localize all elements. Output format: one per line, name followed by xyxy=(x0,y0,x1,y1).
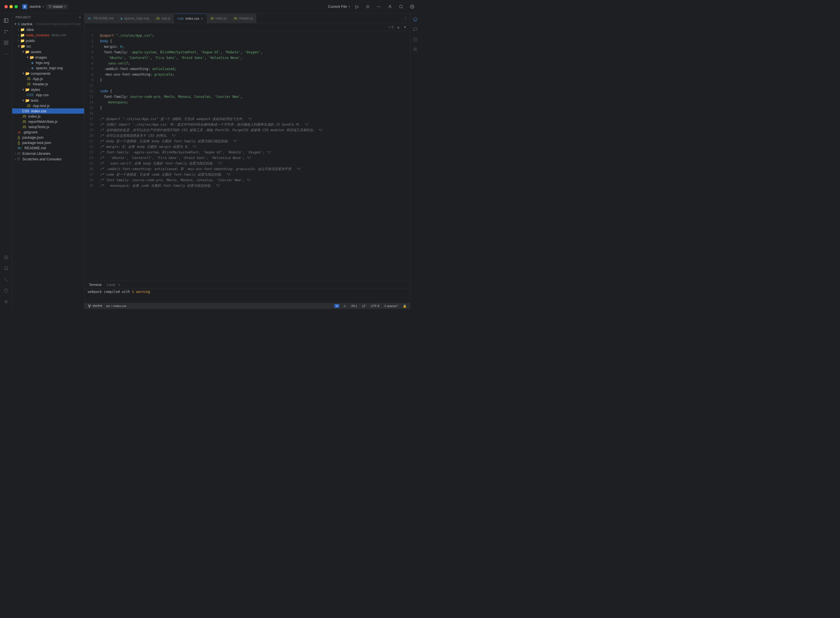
svg-rect-20 xyxy=(6,43,8,45)
tree-item-node-modules[interactable]: › 📁 node_modules library root xyxy=(12,32,84,38)
project-title[interactable]: starlink ▾ xyxy=(30,4,44,9)
tree-root[interactable]: ▾ S starlink ~/Desktop/Projects/SpaceX/C… xyxy=(12,21,84,27)
tree-item-styles[interactable]: ▾ 📂 styles xyxy=(12,87,84,92)
maximize-button[interactable] xyxy=(15,5,18,8)
tree-item-reportwebvitals-js[interactable]: JS reportWebVitals.js xyxy=(12,119,84,124)
code-line: /* 'Ubuntu', 'Cantarell', 'Fira Sans', '… xyxy=(95,155,410,160)
tab-close-button[interactable]: × xyxy=(201,17,203,21)
tree-item-src[interactable]: ▾ 📂 src xyxy=(12,43,84,49)
tab-spacex-logo[interactable]: ◈ spacex_logo.svg xyxy=(117,13,153,23)
tree-item-images[interactable]: ▾ 📂 images xyxy=(12,55,84,60)
activity-plugins-icon[interactable] xyxy=(1,38,11,48)
openai-icon[interactable] xyxy=(411,36,419,43)
tree-label: package.json xyxy=(22,135,44,140)
activity-git-icon[interactable] xyxy=(1,27,11,37)
status-branch[interactable]: starlink xyxy=(87,304,103,308)
tree-item-external-libraries[interactable]: › 🗃 External Libraries xyxy=(12,151,84,156)
md-file-icon: M↓ xyxy=(18,146,22,150)
tree-item-public[interactable]: › 📁 public xyxy=(12,38,84,43)
tree-item-spacex-logo-svg[interactable]: ◈ spacex_logo.svg xyxy=(12,65,84,71)
tree-item-header-js[interactable]: JS Header.js xyxy=(12,82,84,87)
tree-item-setuptests-js[interactable]: JS setupTests.js xyxy=(12,124,84,129)
tab-readme[interactable]: M↓ README.md xyxy=(85,13,117,23)
tab-index-css[interactable]: CSS index.css × xyxy=(174,13,207,23)
tree-label: External Libraries xyxy=(22,152,50,156)
tree-item-package-json[interactable]: {} package.json xyxy=(12,135,84,140)
chat-icon[interactable] xyxy=(411,25,419,33)
tree-item-components[interactable]: ▾ 📂 components xyxy=(12,71,84,76)
sidebar-chevron-icon: ▾ xyxy=(79,16,81,19)
terminal-tab[interactable]: Terminal xyxy=(87,282,104,287)
search-button[interactable] xyxy=(398,3,404,10)
code-line: /* font-family: -apple-system, BlinkMacS… xyxy=(95,150,410,155)
tree-item-app-css[interactable]: CSS App.css xyxy=(12,92,84,98)
code-line: monospace; xyxy=(95,100,410,105)
tree-item-logo-svg[interactable]: ◈ logo.svg xyxy=(12,60,84,65)
status-lock-icon[interactable]: 🔒 xyxy=(402,304,408,308)
tree-label: package-lock.json xyxy=(22,141,51,145)
more-options-button[interactable]: ⋯ xyxy=(375,3,382,10)
tree-item-assets[interactable]: ▾ 📂 assets xyxy=(12,49,84,55)
activity-vcs-icon[interactable] xyxy=(1,297,11,307)
folder-open-icon: 📂 xyxy=(25,88,30,92)
account-button[interactable] xyxy=(387,3,393,10)
tree-label: App.js xyxy=(33,77,43,81)
tree-item-gitignore[interactable]: ⊘ .gitignore xyxy=(12,129,84,135)
tree-item-idea[interactable]: › 📁 .idea xyxy=(12,27,84,32)
tree-item-package-lock-json[interactable]: {} package-lock.json xyxy=(12,140,84,145)
status-encoding[interactable]: UTF-8 xyxy=(370,304,381,308)
activity-more-icon[interactable]: ⋯ xyxy=(1,49,11,59)
close-button[interactable] xyxy=(4,5,8,8)
terminal-close-button[interactable]: × xyxy=(118,283,120,287)
unfold-button[interactable]: ▼ xyxy=(402,25,408,30)
tab-label: index.js xyxy=(215,16,227,20)
tree-item-app-test-js[interactable]: JS App.test.js xyxy=(12,103,84,108)
check-count: 5 xyxy=(392,25,393,29)
ai-assistant-icon[interactable] xyxy=(411,16,419,23)
tree-item-tests[interactable]: ▾ 📂 tests xyxy=(12,98,84,103)
tab-app-js[interactable]: JS App.js xyxy=(153,13,174,23)
fold-button[interactable]: ▲ xyxy=(396,25,401,30)
local-tab[interactable]: Local xyxy=(105,282,117,287)
tree-label: src xyxy=(27,44,31,48)
tree-label: components xyxy=(31,71,50,76)
tree-item-scratches-consoles[interactable]: › 🗒 Scratches and Consoles xyxy=(12,156,84,162)
code-line: -moz-osx-font-smoothing: grayscale; xyxy=(95,72,410,77)
css-file-icon: CSS xyxy=(22,109,29,113)
tab-header-js[interactable]: JS Header.js xyxy=(230,13,257,23)
status-warnings-icon[interactable]: ⚠ xyxy=(342,304,347,308)
status-path[interactable]: src > index.css xyxy=(105,304,128,308)
status-line-ending[interactable]: LF xyxy=(361,304,367,308)
status-indent[interactable]: 2 spaces* xyxy=(383,304,399,308)
editor-area: M↓ README.md ◈ spacex_logo.svg JS App.js… xyxy=(85,13,410,303)
code-line: margin: 0; xyxy=(95,44,410,49)
folder-open-icon: 📂 xyxy=(25,71,30,76)
status-position[interactable]: 29:1 xyxy=(350,304,358,308)
svg-line-8 xyxy=(369,5,369,5)
branch-selector[interactable]: master ▾ xyxy=(46,4,68,9)
activity-files-icon[interactable] xyxy=(1,16,11,25)
settings-sun-button[interactable] xyxy=(364,3,371,10)
run-button[interactable]: ▷ xyxy=(355,3,360,10)
project-name: starlink xyxy=(30,4,41,9)
tab-index-js[interactable]: JS index.js xyxy=(207,13,230,23)
code-content[interactable]: @import "./styles/App.css"; body { margi… xyxy=(95,31,410,281)
minimize-button[interactable] xyxy=(9,5,13,8)
code-line: /* body 是一个选择器，它会将 body 元素的 font-family … xyxy=(95,138,410,144)
tree-item-app-js[interactable]: JS App.js xyxy=(12,76,84,82)
tree-item-index-js[interactable]: JS index.js xyxy=(12,114,84,119)
svg-rect-17 xyxy=(4,41,6,42)
tree-item-index-css[interactable]: CSS index.css xyxy=(12,108,84,114)
settings-button[interactable] xyxy=(409,3,416,10)
activity-info-icon[interactable] xyxy=(1,286,11,296)
activity-run-icon[interactable] xyxy=(1,252,11,262)
tab-more-button[interactable]: ⋮ xyxy=(401,13,410,23)
check-count-badge[interactable]: ✓ 5 xyxy=(387,25,395,30)
js-file-icon: JS xyxy=(22,120,26,124)
code-line: /* @import "./styles/App.css" 是一个 @规则，它告… xyxy=(95,116,410,122)
activity-terminal-icon[interactable] xyxy=(1,275,11,285)
current-file-button[interactable]: Current File ▾ xyxy=(328,4,350,9)
tree-item-readme-md[interactable]: M↓ README.md xyxy=(12,145,84,151)
activity-bookmark-icon[interactable] xyxy=(1,263,11,273)
people-icon[interactable] xyxy=(411,46,419,53)
